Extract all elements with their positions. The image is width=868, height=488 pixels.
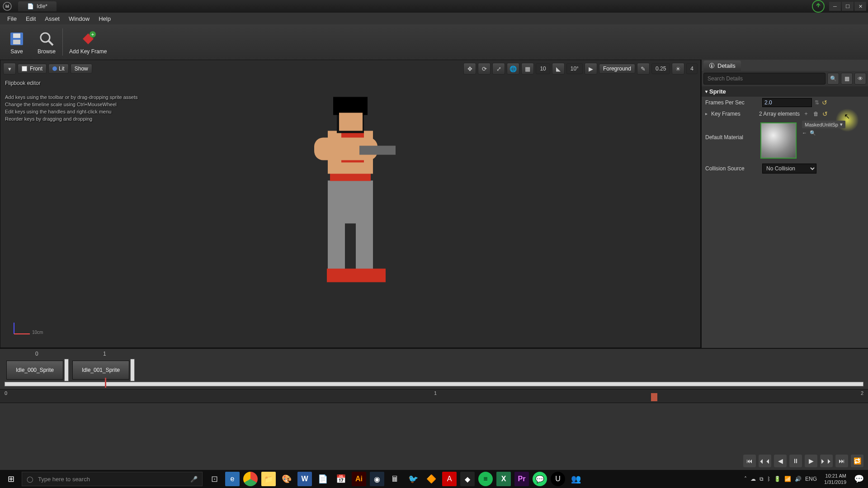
keyframe-track[interactable]: 0 1 Idle_000_Sprite Idle_001_Sprite bbox=[0, 349, 868, 389]
collision-dropdown[interactable]: No Collision bbox=[762, 164, 816, 174]
acrobat-icon[interactable]: A bbox=[440, 470, 458, 488]
material-dropdown[interactable]: MaskedUnlitSp▾ bbox=[802, 121, 845, 128]
play-reverse-button[interactable]: ◀ bbox=[774, 455, 787, 467]
wifi-icon[interactable]: 📶 bbox=[784, 476, 791, 482]
paint-icon[interactable]: 🎨 bbox=[278, 470, 296, 488]
browse-to-asset-icon[interactable]: 🔍 bbox=[810, 130, 816, 136]
menu-window[interactable]: Window bbox=[64, 14, 94, 24]
calendar-icon[interactable]: 📅 bbox=[332, 470, 350, 488]
play-forward-button[interactable]: ▶ bbox=[805, 455, 817, 467]
excel-icon[interactable]: X bbox=[495, 470, 513, 488]
close-button[interactable]: ✕ bbox=[854, 2, 866, 11]
loop-button[interactable]: 🔁 bbox=[851, 455, 863, 467]
viewport[interactable]: ▾ Front Lit Show ✥ ⟳ ⤢ 🌐 ▦ 10 ◣ 10° ▶ Fo… bbox=[0, 60, 701, 348]
details-tab[interactable]: 🛈 Details bbox=[703, 61, 741, 71]
action-center-icon[interactable]: 💬 bbox=[850, 470, 868, 488]
dropbox-icon[interactable]: ⧉ bbox=[760, 476, 764, 482]
volume-icon[interactable]: 🔊 bbox=[795, 476, 802, 482]
transform-rotate-icon[interactable]: ⟳ bbox=[478, 63, 491, 75]
clear-array-icon[interactable]: 🗑 bbox=[812, 111, 820, 117]
spinner-icon[interactable]: ⇅ bbox=[815, 99, 819, 106]
reset-fps-icon[interactable]: ↺ bbox=[822, 99, 827, 106]
fps-input[interactable] bbox=[762, 98, 812, 107]
scrub-track[interactable] bbox=[5, 382, 863, 386]
coordinate-space-icon[interactable]: 🌐 bbox=[507, 63, 519, 75]
notepad-icon[interactable]: 📄 bbox=[314, 470, 332, 488]
add-array-element-icon[interactable]: ＋ bbox=[802, 110, 810, 117]
app-icon-2[interactable]: 🔶 bbox=[422, 470, 440, 488]
reset-array-icon[interactable]: ↺ bbox=[822, 110, 828, 117]
save-button[interactable]: Save bbox=[2, 26, 32, 58]
file-explorer-icon[interactable]: 📁 bbox=[259, 470, 278, 488]
transform-move-icon[interactable]: ✥ bbox=[463, 63, 476, 75]
viewport-options-button[interactable]: ▾ bbox=[3, 63, 16, 75]
exposure-value[interactable]: 4 bbox=[686, 63, 698, 74]
bluetooth-icon[interactable]: ᛒ bbox=[767, 476, 770, 482]
keyframe-handle-1[interactable] bbox=[130, 359, 135, 381]
start-button[interactable]: ⊞ bbox=[0, 470, 22, 488]
maximize-button[interactable]: ☐ bbox=[842, 2, 854, 11]
search-icon[interactable]: 🔍 bbox=[827, 73, 839, 84]
system-tray[interactable]: ˄ ☁ ⧉ ᛒ 🔋 📶 🔊 ENG bbox=[741, 476, 821, 482]
browse-button[interactable]: Browse bbox=[32, 26, 61, 58]
taskbar-clock[interactable]: 10:21 AM 1/31/2019 bbox=[821, 473, 850, 485]
unreal-icon[interactable]: U bbox=[549, 470, 567, 488]
pause-button[interactable]: ⏸ bbox=[789, 455, 802, 467]
angle-snap-value[interactable]: 10° bbox=[566, 63, 583, 74]
keyframe-handle-0[interactable] bbox=[64, 359, 69, 381]
step-forward-button[interactable]: ⏵⏵ bbox=[820, 455, 833, 467]
exposure-icon[interactable]: ☀ bbox=[672, 63, 684, 75]
category-sprite[interactable]: Sprite bbox=[702, 86, 868, 97]
camera-speed-icon[interactable]: ▶ bbox=[585, 63, 597, 75]
word-icon[interactable]: W bbox=[296, 470, 314, 488]
spotify-icon[interactable]: ≡ bbox=[476, 470, 495, 488]
zoom-icon[interactable]: ✎ bbox=[637, 63, 650, 75]
unity-icon[interactable]: ◆ bbox=[458, 470, 476, 488]
view-front-button[interactable]: Front bbox=[18, 64, 47, 74]
onedrive-icon[interactable]: ☁ bbox=[750, 476, 756, 482]
to-end-button[interactable]: ⏭ bbox=[835, 455, 848, 467]
menu-file[interactable]: File bbox=[3, 14, 21, 24]
step-back-button[interactable]: ⏴⏴ bbox=[759, 455, 771, 467]
mic-icon[interactable]: 🎤 bbox=[190, 476, 198, 483]
to-front-button[interactable]: ⏮ bbox=[743, 455, 756, 467]
timeline-ruler[interactable]: 0 1 2 bbox=[0, 389, 868, 403]
chat-icon[interactable]: 💬 bbox=[531, 470, 549, 488]
illustrator-icon[interactable]: Ai bbox=[350, 470, 368, 488]
source-control-status-icon[interactable] bbox=[812, 0, 825, 13]
view-options-icon[interactable]: 👁 bbox=[854, 73, 866, 84]
app-icon[interactable]: 🐦 bbox=[404, 470, 422, 488]
menu-edit[interactable]: Edit bbox=[21, 14, 40, 24]
material-thumbnail[interactable] bbox=[760, 122, 797, 159]
view-show-button[interactable]: Show bbox=[71, 64, 92, 74]
calculator-icon[interactable]: 🖩 bbox=[386, 470, 404, 488]
tray-chevron-icon[interactable]: ˄ bbox=[744, 476, 747, 482]
use-selected-asset-icon[interactable]: ← bbox=[802, 130, 807, 136]
grid-snap-value[interactable]: 10 bbox=[536, 63, 550, 74]
timeline-body[interactable] bbox=[0, 403, 868, 452]
expand-keyframes-icon[interactable]: ▸ bbox=[705, 111, 708, 116]
snap-grid-icon[interactable]: ▦ bbox=[521, 63, 534, 75]
transform-scale-icon[interactable]: ⤢ bbox=[492, 63, 505, 75]
property-matrix-icon[interactable]: ▦ bbox=[841, 73, 853, 84]
details-search-input[interactable] bbox=[703, 73, 826, 84]
taskbar-search[interactable]: ◯ Type here to search 🎤 bbox=[22, 472, 203, 486]
battery-icon[interactable]: 🔋 bbox=[774, 476, 781, 482]
premiere-icon[interactable]: Pr bbox=[513, 470, 531, 488]
task-view-icon[interactable]: ⊡ bbox=[205, 470, 223, 488]
ruler-playhead[interactable] bbox=[651, 393, 657, 401]
language-indicator[interactable]: ENG bbox=[805, 476, 817, 482]
zoom-value[interactable]: 0.25 bbox=[651, 63, 670, 74]
keyframe-1[interactable]: Idle_001_Sprite bbox=[72, 361, 129, 380]
menu-help[interactable]: Help bbox=[94, 14, 115, 24]
document-tab[interactable]: 📄 Idle* bbox=[18, 1, 57, 11]
add-keyframe-button[interactable]: + Add Key Frame bbox=[64, 26, 112, 58]
steam-icon[interactable]: ◉ bbox=[368, 470, 386, 488]
menu-asset[interactable]: Asset bbox=[40, 14, 64, 24]
chrome-icon[interactable] bbox=[241, 470, 259, 488]
edge-icon[interactable]: e bbox=[223, 470, 241, 488]
layer-dropdown[interactable]: Foreground bbox=[599, 64, 635, 74]
minimize-button[interactable]: ─ bbox=[829, 2, 841, 11]
playhead[interactable] bbox=[105, 378, 106, 388]
snap-angle-icon[interactable]: ◣ bbox=[552, 63, 565, 75]
